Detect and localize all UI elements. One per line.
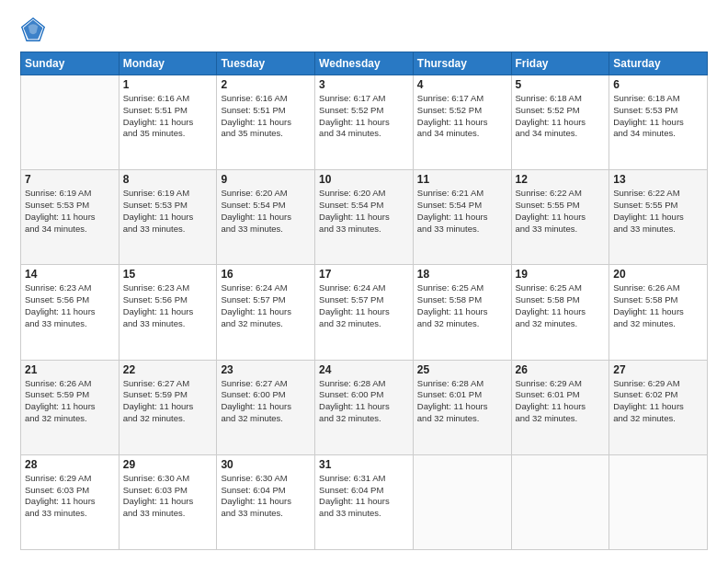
- cell-info: Sunrise: 6:29 AM: [25, 473, 115, 485]
- day-number: 11: [417, 173, 507, 186]
- cell-info: and 32 minutes.: [319, 318, 409, 330]
- calendar-cell: 10Sunrise: 6:20 AMSunset: 5:54 PMDayligh…: [315, 170, 414, 265]
- cell-info: and 35 minutes.: [221, 128, 311, 140]
- cell-info: Daylight: 11 hours: [417, 306, 507, 318]
- day-number: 15: [123, 268, 213, 281]
- cell-info: Daylight: 11 hours: [25, 306, 115, 318]
- day-number: 8: [123, 173, 213, 186]
- calendar-cell: 17Sunrise: 6:24 AMSunset: 5:57 PMDayligh…: [315, 265, 414, 360]
- cell-info: Sunset: 5:58 PM: [613, 294, 703, 306]
- cell-info: Sunrise: 6:28 AM: [417, 378, 507, 390]
- weekday-header-monday: Monday: [119, 52, 217, 75]
- day-number: 18: [417, 268, 507, 281]
- cell-info: Sunrise: 6:26 AM: [613, 282, 703, 294]
- cell-info: and 33 minutes.: [123, 224, 213, 236]
- cell-info: Sunrise: 6:19 AM: [25, 188, 115, 200]
- cell-info: and 33 minutes.: [25, 318, 115, 330]
- cell-info: Sunset: 5:56 PM: [123, 294, 213, 306]
- cell-info: Sunset: 6:00 PM: [221, 389, 311, 401]
- cell-info: Daylight: 11 hours: [221, 496, 311, 508]
- day-number: 29: [123, 458, 213, 471]
- cell-info: Sunset: 5:59 PM: [123, 389, 213, 401]
- calendar-week-4: 21Sunrise: 6:26 AMSunset: 5:59 PMDayligh…: [21, 360, 708, 454]
- cell-info: Daylight: 11 hours: [613, 306, 703, 318]
- calendar-cell: 23Sunrise: 6:27 AMSunset: 6:00 PMDayligh…: [217, 360, 315, 454]
- cell-info: Sunset: 5:58 PM: [516, 294, 606, 306]
- calendar-cell: 3Sunrise: 6:17 AMSunset: 5:52 PMDaylight…: [315, 75, 414, 170]
- weekday-header-sunday: Sunday: [21, 52, 119, 75]
- cell-info: Sunrise: 6:23 AM: [123, 282, 213, 294]
- cell-info: Sunset: 5:57 PM: [221, 294, 311, 306]
- cell-info: Sunset: 6:01 PM: [417, 389, 507, 401]
- calendar-cell: 7Sunrise: 6:19 AMSunset: 5:53 PMDaylight…: [21, 170, 119, 265]
- page: SundayMondayTuesdayWednesdayThursdayFrid…: [0, 0, 728, 563]
- calendar-week-2: 7Sunrise: 6:19 AMSunset: 5:53 PMDaylight…: [21, 170, 708, 265]
- cell-info: Daylight: 11 hours: [613, 212, 703, 224]
- cell-info: Daylight: 11 hours: [221, 401, 311, 413]
- calendar-cell: [21, 75, 119, 170]
- cell-info: Sunrise: 6:29 AM: [516, 378, 606, 390]
- calendar-cell: [511, 454, 609, 549]
- calendar-cell: 24Sunrise: 6:28 AMSunset: 6:00 PMDayligh…: [315, 360, 414, 454]
- cell-info: Sunrise: 6:30 AM: [221, 473, 311, 485]
- weekday-header-friday: Friday: [511, 52, 609, 75]
- cell-info: Daylight: 11 hours: [516, 306, 606, 318]
- weekday-header-wednesday: Wednesday: [315, 52, 414, 75]
- calendar-cell: 28Sunrise: 6:29 AMSunset: 6:03 PMDayligh…: [21, 454, 119, 549]
- cell-info: Sunset: 5:54 PM: [417, 200, 507, 212]
- cell-info: Daylight: 11 hours: [319, 306, 409, 318]
- calendar-header: SundayMondayTuesdayWednesdayThursdayFrid…: [21, 52, 708, 75]
- cell-info: Sunrise: 6:20 AM: [221, 188, 311, 200]
- cell-info: and 35 minutes.: [123, 128, 213, 140]
- cell-info: Daylight: 11 hours: [221, 212, 311, 224]
- day-number: 16: [221, 268, 311, 281]
- cell-info: Daylight: 11 hours: [613, 117, 703, 129]
- calendar-cell: 15Sunrise: 6:23 AMSunset: 5:56 PMDayligh…: [119, 265, 217, 360]
- day-number: 26: [516, 363, 606, 376]
- calendar-cell: 26Sunrise: 6:29 AMSunset: 6:01 PMDayligh…: [511, 360, 609, 454]
- logo-icon: [20, 17, 46, 42]
- cell-info: Sunrise: 6:17 AM: [417, 93, 507, 105]
- cell-info: Sunrise: 6:26 AM: [25, 378, 115, 390]
- cell-info: Sunrise: 6:24 AM: [221, 282, 311, 294]
- cell-info: Daylight: 11 hours: [319, 496, 409, 508]
- day-number: 1: [123, 78, 213, 91]
- cell-info: and 33 minutes.: [123, 508, 213, 520]
- cell-info: Sunrise: 6:30 AM: [123, 473, 213, 485]
- cell-info: and 33 minutes.: [123, 318, 213, 330]
- cell-info: and 33 minutes.: [516, 224, 606, 236]
- day-number: 19: [516, 268, 606, 281]
- cell-info: Daylight: 11 hours: [516, 401, 606, 413]
- cell-info: Sunrise: 6:23 AM: [25, 282, 115, 294]
- cell-info: Sunset: 6:04 PM: [221, 485, 311, 497]
- calendar-week-1: 1Sunrise: 6:16 AMSunset: 5:51 PMDaylight…: [21, 75, 708, 170]
- cell-info: and 34 minutes.: [613, 128, 703, 140]
- cell-info: Daylight: 11 hours: [123, 212, 213, 224]
- cell-info: and 32 minutes.: [417, 318, 507, 330]
- calendar-cell: 29Sunrise: 6:30 AMSunset: 6:03 PMDayligh…: [119, 454, 217, 549]
- cell-info: Daylight: 11 hours: [417, 212, 507, 224]
- day-number: 13: [613, 173, 703, 186]
- calendar-cell: 21Sunrise: 6:26 AMSunset: 5:59 PMDayligh…: [21, 360, 119, 454]
- calendar-cell: 6Sunrise: 6:18 AMSunset: 5:53 PMDaylight…: [609, 75, 708, 170]
- cell-info: Sunset: 5:57 PM: [319, 294, 409, 306]
- day-number: 30: [221, 458, 311, 471]
- day-number: 24: [319, 363, 409, 376]
- day-number: 12: [516, 173, 606, 186]
- cell-info: and 33 minutes.: [319, 508, 409, 520]
- cell-info: Sunset: 6:04 PM: [319, 485, 409, 497]
- day-number: 4: [417, 78, 507, 91]
- header: [20, 17, 708, 42]
- cell-info: and 33 minutes.: [613, 224, 703, 236]
- cell-info: Sunset: 6:00 PM: [319, 389, 409, 401]
- day-number: 2: [221, 78, 311, 91]
- calendar-cell: 25Sunrise: 6:28 AMSunset: 6:01 PMDayligh…: [413, 360, 511, 454]
- cell-info: and 32 minutes.: [221, 318, 311, 330]
- calendar-cell: 13Sunrise: 6:22 AMSunset: 5:55 PMDayligh…: [609, 170, 708, 265]
- cell-info: and 33 minutes.: [221, 224, 311, 236]
- cell-info: Daylight: 11 hours: [613, 401, 703, 413]
- day-number: 14: [25, 268, 115, 281]
- calendar-cell: 4Sunrise: 6:17 AMSunset: 5:52 PMDaylight…: [413, 75, 511, 170]
- cell-info: Sunrise: 6:22 AM: [613, 188, 703, 200]
- cell-info: Sunrise: 6:29 AM: [613, 378, 703, 390]
